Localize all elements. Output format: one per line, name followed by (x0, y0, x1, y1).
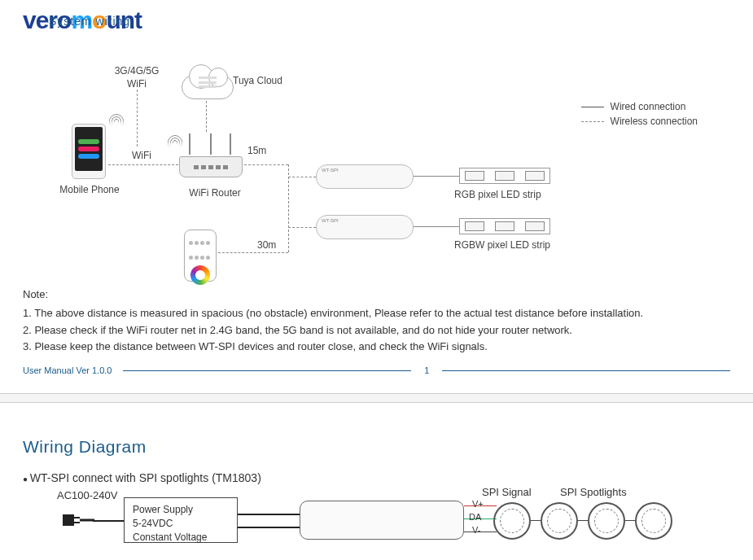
wire-line (414, 226, 459, 227)
da-label: DA (469, 512, 481, 522)
psu-line1: Power Supply (133, 503, 229, 517)
wire-line (578, 520, 588, 521)
wifi-arc-icon (164, 132, 185, 152)
dash-line (288, 177, 316, 177)
wifi-arc-icon (106, 111, 126, 131)
footer-version: User Manual Ver 1.0.0 (23, 365, 112, 375)
legend-wireless: Wireless connection (611, 116, 698, 127)
tuya-label: Tuya Cloud (233, 75, 282, 86)
wire-line (625, 520, 635, 521)
note-1: 1. The above distance is measured in spa… (23, 305, 730, 322)
spi-spotlights-label: SPI Spotlights (560, 486, 627, 498)
section-divider (0, 393, 753, 403)
footer-page: 1 (411, 365, 442, 375)
controller-box (300, 501, 464, 540)
psu-line3: Constant Voltage (133, 531, 229, 545)
rgbw-strip-label: RGBW pixel LED strip (454, 239, 568, 251)
vplus-label: V+ (472, 499, 484, 509)
mobile-label: Mobile Phone (57, 184, 122, 195)
wire-line (531, 520, 541, 521)
wiring-diagram-title: Wiring Diagram (23, 437, 730, 457)
wire-line (238, 514, 300, 515)
spotlight-icon (493, 502, 531, 540)
cloud-icon (182, 65, 234, 99)
notes-title: Note: (23, 287, 730, 304)
legend-dashed-line (581, 121, 604, 122)
wire-line (93, 520, 124, 522)
remote-icon (184, 230, 217, 282)
wifi-mid-label: WiFi (132, 150, 151, 161)
controller-2: WT-SPI (316, 215, 414, 239)
wiring-diagram: AC100-240V Power Supply 5-24VDC Constant… (23, 494, 730, 560)
spotlight-icon (541, 502, 578, 540)
router-label: WiFi Router (182, 187, 247, 199)
dash-line (244, 164, 288, 165)
router-icon (179, 153, 243, 184)
dash-line (288, 227, 316, 228)
dist30-label: 30m (257, 239, 276, 251)
spotlight-icon (588, 502, 625, 540)
rgb-strip-icon (459, 168, 550, 184)
rgb-strip-label: RGB pixel LED strip (454, 189, 560, 200)
legend-solid-line (581, 107, 604, 107)
notes-block: Note: 1. The above distance is measured … (23, 287, 730, 356)
controller-1: WT-SPI (316, 164, 414, 189)
system-diagram: 3G/4G/5G WiFi Tuya Cloud Mobile Phone Wi… (23, 41, 730, 285)
spi-signal-label: SPI Signal (482, 486, 532, 498)
spotlight-icon (635, 502, 672, 540)
note-3: 3. Please keep the distance between WT-S… (23, 339, 730, 356)
wifi-3g-label: 3G/4G/5G (100, 65, 173, 77)
wire-line (238, 527, 300, 528)
dash-line (137, 90, 138, 147)
wiring-diagram-subtitle: WT-SPI connect with SPI spotlights (TM18… (23, 471, 730, 484)
plug-icon (62, 510, 94, 530)
power-supply-box: Power Supply 5-24VDC Constant Voltage (124, 497, 238, 543)
rgbw-strip-icon (459, 218, 550, 234)
section-heading: System wiring (49, 15, 130, 28)
legend: Wired connection Wireless connection (581, 101, 698, 130)
ac-label: AC100-240V (57, 489, 117, 501)
dash-line (218, 252, 288, 253)
psu-line2: 5-24VDC (133, 517, 229, 531)
dash-line (206, 101, 207, 132)
page-footer: User Manual Ver 1.0.0 1 (23, 365, 730, 375)
legend-wired: Wired connection (611, 101, 686, 112)
dist15-label: 15m (247, 145, 266, 156)
wifi-top-label: WiFi (100, 78, 173, 90)
dash-line (288, 164, 289, 252)
dash-line (108, 164, 178, 165)
wire-line (414, 176, 459, 177)
mobile-phone-icon (72, 124, 106, 179)
vminus-label: V- (472, 525, 480, 535)
note-2: 2. Please check if the WiFi router net i… (23, 322, 730, 339)
